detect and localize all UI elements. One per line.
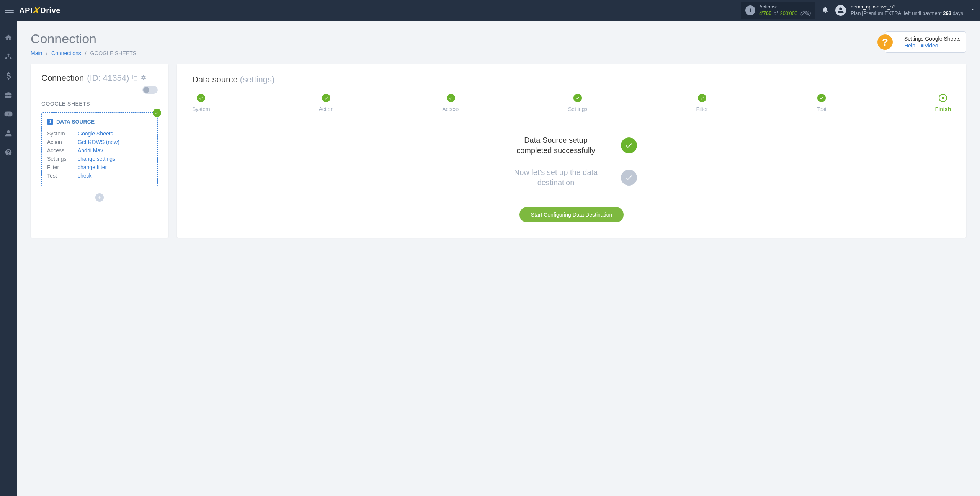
gear-icon[interactable] [140, 73, 147, 83]
actions-total: 200'000 [780, 10, 797, 16]
ds-badge: 1 [47, 119, 53, 125]
logo-api: API [19, 6, 33, 15]
step-test[interactable]: Test [817, 94, 826, 112]
question-icon[interactable]: ? [877, 34, 893, 50]
connection-label: Connection [41, 73, 84, 83]
help-link[interactable]: Help [904, 42, 915, 49]
copy-icon[interactable] [132, 73, 138, 83]
actions-label: Actions: [759, 4, 811, 10]
ds-title: DATA SOURCE [56, 119, 95, 125]
step-settings[interactable]: Settings [568, 94, 588, 112]
actions-pct: (2%) [800, 10, 811, 16]
row-key: Filter [47, 164, 78, 170]
info-icon: i [745, 5, 755, 15]
add-button[interactable]: + [95, 193, 104, 202]
settings-subtitle: (settings) [240, 75, 274, 84]
connection-subtitle: GOOGLE SHEETS [41, 101, 158, 107]
video-link[interactable]: ■Video [921, 42, 938, 49]
step-access[interactable]: Access [442, 94, 459, 112]
breadcrumb-current: GOOGLE SHEETS [90, 50, 137, 56]
row-settings-link[interactable]: change settings [78, 156, 115, 162]
sidebar [0, 21, 17, 496]
step-system[interactable]: System [192, 94, 210, 112]
page-title: Connection [31, 31, 136, 46]
row-key: Settings [47, 156, 78, 162]
sidebar-billing-icon[interactable] [0, 70, 17, 81]
actions-of: of [774, 10, 778, 16]
logo-x: X [32, 5, 40, 16]
check-icon [621, 170, 637, 186]
start-configuring-button[interactable]: Start Configuring Data Destination [519, 207, 624, 222]
check-icon [153, 109, 161, 117]
step-filter[interactable]: Filter [696, 94, 708, 112]
user-menu[interactable]: demo_apix-drive_s3 Plan |Premium EXTRA| … [835, 4, 975, 17]
row-filter-link[interactable]: change filter [78, 164, 107, 170]
check-icon [621, 137, 637, 153]
data-source-settings-card: Data source (settings) System Action Acc… [177, 64, 966, 238]
breadcrumb-connections[interactable]: Connections [51, 50, 81, 56]
row-key: Access [47, 147, 78, 153]
sidebar-help-icon[interactable] [0, 147, 17, 158]
row-access-link[interactable]: Andrii Mav [78, 147, 103, 153]
row-system-link[interactable]: Google Sheets [78, 131, 113, 137]
logo[interactable]: API X Drive [19, 5, 60, 16]
logo-drive: Drive [40, 6, 60, 15]
row-key: System [47, 131, 78, 137]
actions-counter[interactable]: i Actions: 4'766 of 200'000 (2%) [741, 2, 815, 19]
breadcrumb: Main / Connections / GOOGLE SHEETS [31, 50, 136, 56]
breadcrumb-main[interactable]: Main [31, 50, 42, 56]
connection-id: (ID: 41354) [87, 73, 129, 83]
sidebar-connections-icon[interactable] [0, 51, 17, 62]
sidebar-youtube-icon[interactable] [0, 109, 17, 119]
row-key: Action [47, 139, 78, 145]
bell-icon[interactable] [822, 6, 829, 15]
help-title: Settings Google Sheets [904, 36, 960, 42]
user-plan: Plan |Premium EXTRA| left until payment … [851, 10, 963, 17]
settings-title: Data source [192, 75, 238, 84]
connection-card: Connection (ID: 41354) GOOGLE SHEETS 1 D… [31, 64, 168, 238]
step-progress: System Action Access Settings Filter Tes… [192, 94, 951, 112]
help-box: ? Settings Google Sheets Help ■Video [885, 31, 966, 53]
step-action[interactable]: Action [318, 94, 333, 112]
status-next-text: Now let's set up the data destination [506, 167, 606, 188]
row-key: Test [47, 173, 78, 179]
actions-used: 4'766 [759, 10, 771, 16]
sidebar-briefcase-icon[interactable] [0, 90, 17, 100]
row-test-link[interactable]: check [78, 173, 92, 179]
step-finish[interactable]: Finish [935, 94, 951, 112]
camera-icon: ■ [921, 42, 924, 49]
user-name: demo_apix-drive_s3 [851, 4, 963, 10]
sidebar-home-icon[interactable] [0, 32, 17, 43]
avatar-icon [835, 5, 846, 16]
menu-button[interactable] [5, 6, 14, 15]
chevron-down-icon [970, 7, 975, 14]
data-source-box[interactable]: 1 DATA SOURCE SystemGoogle Sheets Action… [41, 112, 158, 186]
header: API X Drive i Actions: 4'766 of 200'000 … [0, 0, 980, 21]
row-action-link[interactable]: Get ROWS (new) [78, 139, 119, 145]
connection-toggle[interactable] [142, 86, 158, 94]
status-success-text: Data Source setup completed successfully [506, 135, 606, 156]
sidebar-user-icon[interactable] [0, 128, 17, 139]
